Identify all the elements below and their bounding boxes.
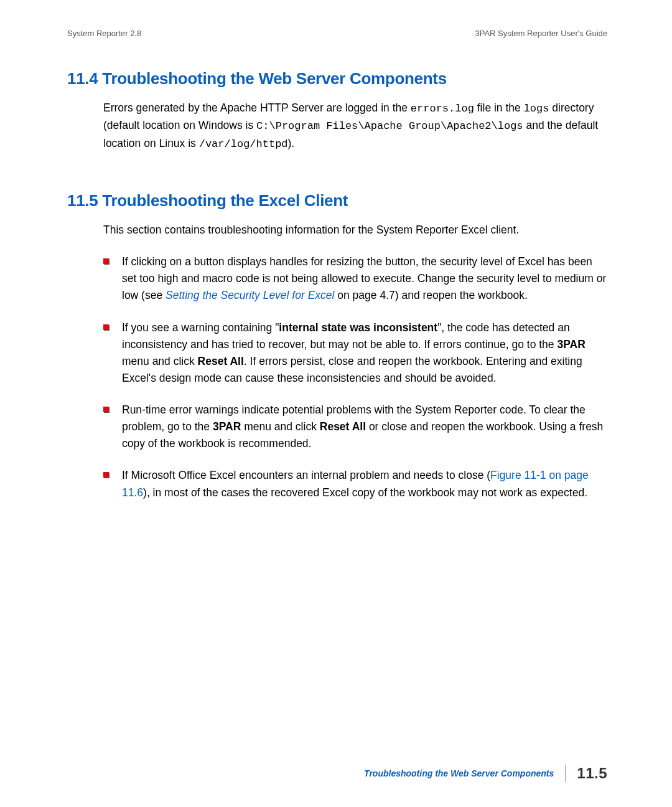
section-11-5-intro: This section contains troubleshooting in…	[103, 222, 607, 238]
code-linux-path: /var/log/httpd	[199, 138, 288, 150]
bold-internal-state: internal state was inconsistent	[279, 321, 437, 334]
footer-divider	[565, 765, 566, 782]
text: ), in most of the cases the recovered Ex…	[143, 486, 587, 499]
header-left: System Reporter 2.8	[67, 29, 141, 38]
footer-section-title: Troubleshooting the Web Server Component…	[364, 768, 554, 778]
list-item: If clicking on a button displays handles…	[103, 253, 607, 304]
page-header: System Reporter 2.8 3PAR System Reporter…	[67, 29, 607, 38]
text: menu and click	[241, 420, 319, 433]
code-windows-path: C:\Program Files\Apache Group\Apache2\lo…	[256, 120, 523, 132]
text: If Microsoft Office Excel encounters an …	[122, 469, 490, 481]
text: If you see a warning containing "	[122, 321, 279, 334]
bold-3par: 3PAR	[213, 420, 241, 433]
text: ).	[288, 137, 295, 149]
text: on page 4.7) and reopen the workbook.	[334, 289, 527, 301]
bold-reset-all: Reset All	[320, 420, 366, 433]
text: menu and click	[122, 355, 198, 367]
bold-reset-all: Reset All	[198, 355, 244, 367]
code-errors-log: errors.log	[411, 103, 474, 115]
list-item: If Microsoft Office Excel encounters an …	[103, 467, 607, 501]
list-item: Run-time error warnings indicate potenti…	[103, 402, 607, 452]
page-footer: Troubleshooting the Web Server Component…	[364, 765, 607, 782]
code-logs: logs	[524, 103, 549, 115]
section-11-4-heading: 11.4 Troubleshooting the Web Server Comp…	[67, 69, 607, 88]
header-right: 3PAR System Reporter User's Guide	[475, 29, 607, 38]
text: file in the	[474, 101, 524, 114]
bold-3par: 3PAR	[557, 338, 585, 351]
footer-page-number: 11.5	[577, 765, 607, 782]
link-security-level[interactable]: Setting the Security Level for Excel	[166, 289, 334, 301]
section-11-5-heading: 11.5 Troubleshooting the Excel Client	[67, 191, 607, 210]
bullet-list: If clicking on a button displays handles…	[103, 253, 607, 501]
list-item: If you see a warning containing "interna…	[103, 319, 607, 387]
text: Errors generated by the Apache HTTP Serv…	[103, 101, 411, 114]
section-11-4-body: Errors generated by the Apache HTTP Serv…	[103, 100, 607, 153]
